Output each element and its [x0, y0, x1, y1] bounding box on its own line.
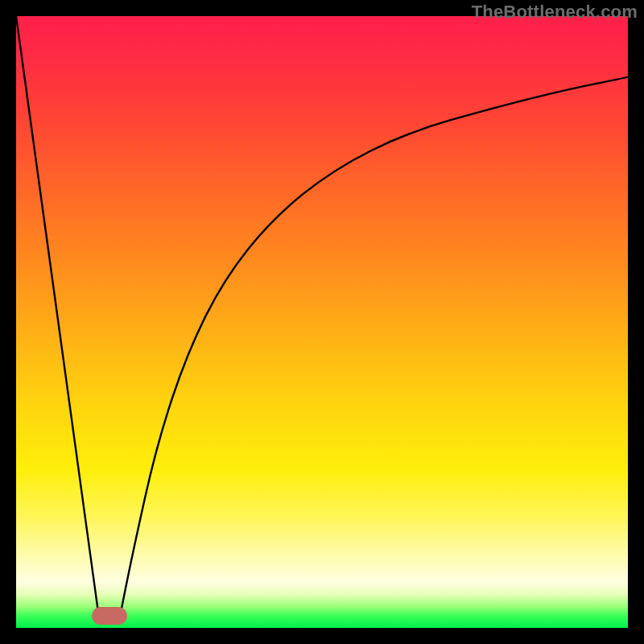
curve-layer: [16, 16, 628, 628]
optimal-marker: [92, 607, 127, 625]
bottleneck-curve: [16, 16, 628, 616]
plot-area: [16, 16, 628, 628]
watermark-text: TheBottleneck.com: [472, 2, 638, 23]
chart-frame: TheBottleneck.com: [0, 0, 644, 644]
